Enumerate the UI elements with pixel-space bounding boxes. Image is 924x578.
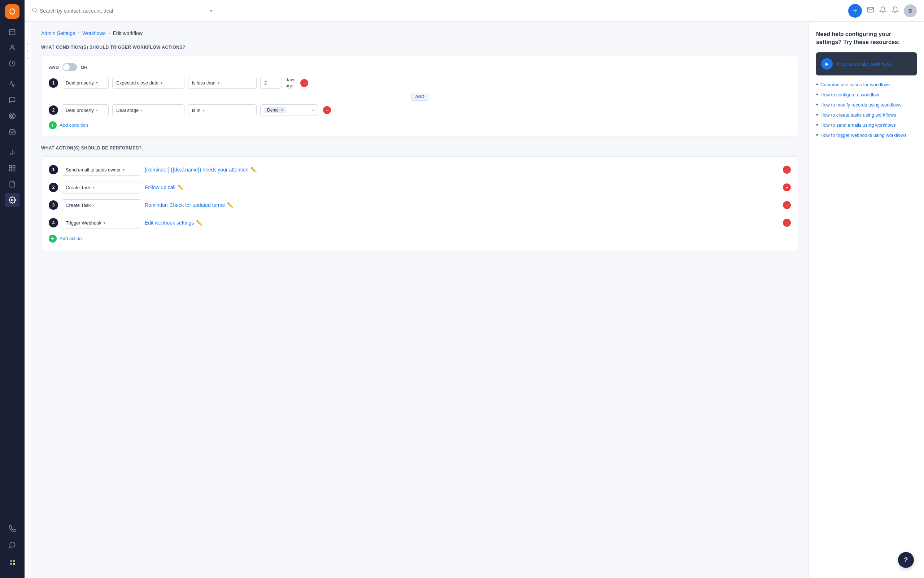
sidebar-logo[interactable]: [5, 4, 19, 19]
condition-1-property-name[interactable]: Expected close date ▾: [112, 77, 185, 89]
action-4-type[interactable]: Trigger Webhook ▾: [62, 217, 141, 229]
notification-icon[interactable]: [879, 6, 887, 15]
action-3-type[interactable]: Create Task ▾: [62, 199, 141, 211]
action-3-remove-button[interactable]: −: [783, 201, 791, 209]
help-link-item-1: Common use cases for workflows: [816, 81, 917, 88]
condition-2-operator[interactable]: is in ▾: [188, 104, 257, 116]
sidebar: [0, 0, 24, 578]
or-label: OR: [81, 65, 88, 70]
condition-2-tag-box[interactable]: Demo ✕ ▾: [260, 104, 318, 116]
video-label: How to create workflows: [837, 61, 892, 67]
help-link-5[interactable]: How to send emails using workflows: [820, 122, 896, 128]
add-condition-icon: +: [49, 121, 57, 129]
action-1-link[interactable]: [Reminder] {{deal.name}} needs your atte…: [145, 167, 778, 172]
condition-1-operator[interactable]: is less than ▾: [188, 77, 257, 89]
breadcrumb: Admin Settings › Workflows › Edit workfl…: [41, 30, 798, 36]
help-float-button[interactable]: ?: [898, 552, 914, 568]
action-1-remove-button[interactable]: −: [783, 166, 791, 174]
breadcrumb-sep-2: ›: [108, 31, 110, 36]
action-3-edit-icon[interactable]: ✏️: [227, 202, 233, 208]
svg-rect-12: [10, 166, 12, 168]
condition-1-remove-button[interactable]: −: [300, 79, 308, 87]
video-thumb[interactable]: ▶ How to create workflows: [816, 52, 917, 75]
help-link-3[interactable]: How to modify records using workflows: [820, 102, 901, 107]
svg-point-7: [10, 114, 14, 118]
action-row-2: 2 Create Task ▾ Follow up call ✏️ −: [49, 182, 791, 193]
sec-dot-1: [27, 43, 29, 45]
condition-2-property-type[interactable]: Deal property ▾: [62, 104, 109, 116]
condition-2-tag-demo: Demo ✕: [264, 107, 286, 114]
main-panel: Admin Settings › Workflows › Edit workfl…: [31, 22, 809, 578]
sidebar-item-integrations[interactable]: [5, 161, 19, 175]
chevron-icon: ▾: [96, 81, 98, 85]
action-row-4: 4 Trigger Webhook ▾ Edit webhook setting…: [49, 217, 791, 229]
action-2-link[interactable]: Follow up call ✏️: [145, 185, 778, 190]
sidebar-item-notes[interactable]: [5, 177, 19, 192]
and-or-row: AND OR: [49, 63, 791, 71]
add-condition-label: Add condition: [60, 122, 88, 128]
svg-point-8: [11, 115, 13, 116]
breadcrumb-workflows[interactable]: Workflows: [82, 30, 105, 36]
condition-2-property-name[interactable]: Deal stage ▾: [112, 104, 185, 116]
breadcrumb-edit-workflow: Edit workflow: [113, 30, 142, 36]
action-row-3: 3 Create Task ▾ Reminder: Check for upda…: [49, 199, 791, 211]
secondary-sidebar: [24, 22, 31, 578]
sidebar-item-reports[interactable]: [5, 145, 19, 159]
conditions-box: AND OR 1 Deal property ▾: [41, 55, 798, 137]
sidebar-item-goals[interactable]: [5, 109, 19, 123]
action-1-edit-icon[interactable]: ✏️: [251, 167, 257, 172]
tag-remove-icon[interactable]: ✕: [280, 108, 283, 113]
sec-dot-2: [27, 50, 29, 52]
chevron-icon: ▾: [104, 221, 105, 225]
chevron-icon: ▾: [218, 81, 219, 85]
and-or-toggle[interactable]: [62, 63, 77, 71]
sidebar-item-contacts[interactable]: [5, 41, 19, 55]
right-panel: Need help configuring your settings? Try…: [809, 22, 924, 578]
condition-1-property-type[interactable]: Deal property ▾: [62, 77, 109, 89]
sidebar-item-calendar[interactable]: [5, 24, 19, 39]
help-link-6[interactable]: How to trigger webhooks using workflows: [820, 133, 906, 138]
bell-icon[interactable]: [892, 6, 899, 15]
and-badge: AND: [411, 93, 428, 101]
email-icon[interactable]: [867, 6, 874, 15]
avatar[interactable]: S: [904, 4, 917, 17]
action-4-remove-button[interactable]: −: [783, 219, 791, 227]
svg-rect-13: [13, 166, 15, 168]
sidebar-item-apps[interactable]: [5, 555, 19, 569]
help-link-item-2: How to configure a workflow: [816, 91, 917, 98]
condition-1-value[interactable]: [260, 77, 282, 89]
add-button[interactable]: +: [848, 4, 862, 18]
action-number-2: 2: [49, 183, 58, 192]
condition-number-1: 1: [49, 78, 58, 88]
action-3-link[interactable]: Reminder: Check for updated terms ✏️: [145, 202, 778, 208]
action-number-4: 4: [49, 218, 58, 227]
action-4-edit-icon[interactable]: ✏️: [196, 220, 202, 226]
svg-rect-15: [13, 169, 15, 171]
sidebar-item-phone[interactable]: [5, 522, 19, 536]
play-button[interactable]: ▶: [821, 58, 833, 70]
add-condition-row[interactable]: + Add condition: [49, 121, 791, 129]
action-2-type[interactable]: Create Task ▾: [62, 182, 141, 193]
and-label: AND: [49, 65, 59, 70]
sidebar-item-chat[interactable]: [5, 93, 19, 107]
breadcrumb-admin-settings[interactable]: Admin Settings: [41, 30, 75, 36]
condition-row-1: 1 Deal property ▾ Expected close date ▾ …: [49, 77, 791, 89]
add-action-row[interactable]: + Add action: [49, 235, 791, 243]
sidebar-item-deals[interactable]: [5, 56, 19, 71]
sidebar-item-inbox[interactable]: [5, 125, 19, 139]
sidebar-item-analytics[interactable]: [5, 77, 19, 91]
action-4-link[interactable]: Edit webhook settings ✏️: [145, 220, 778, 226]
search-chevron-icon[interactable]: ▾: [210, 8, 212, 13]
condition-2-remove-button[interactable]: −: [323, 106, 331, 114]
sidebar-item-messages[interactable]: [5, 537, 19, 552]
action-2-remove-button[interactable]: −: [783, 183, 791, 192]
help-link-4[interactable]: How to create tasks using workflows: [820, 112, 896, 118]
help-link-1[interactable]: Common use cases for workflows: [820, 82, 890, 88]
actions-box: 1 Send email to sales owner ▾ [Reminder]…: [41, 156, 798, 250]
search-input[interactable]: [40, 8, 208, 14]
help-link-2[interactable]: How to configure a workflow: [820, 92, 879, 97]
action-2-edit-icon[interactable]: ✏️: [178, 185, 184, 190]
sidebar-item-settings[interactable]: [5, 193, 19, 207]
action-number-1: 1: [49, 165, 58, 174]
action-1-type[interactable]: Send email to sales owner ▾: [62, 164, 141, 176]
